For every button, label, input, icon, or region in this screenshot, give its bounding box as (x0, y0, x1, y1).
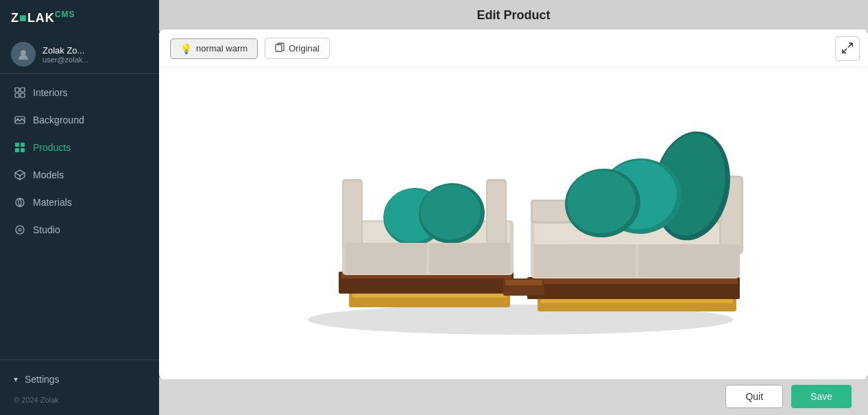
svg-line-17 (848, 43, 852, 47)
svg-point-13 (16, 198, 24, 206)
materials-icon (14, 196, 26, 209)
svg-rect-3 (15, 93, 19, 97)
footer-bar: Quit Save (159, 377, 868, 415)
avatar (11, 42, 36, 67)
modal: 💡 normal warm Original (159, 29, 868, 379)
product-image (159, 68, 868, 379)
original-label: Original (289, 43, 320, 54)
page-body: 💡 normal warm Original (159, 32, 868, 377)
copyright: © 2024 Zolak (5, 392, 154, 408)
quit-button[interactable]: Quit (725, 385, 783, 408)
svg-rect-2 (21, 88, 25, 92)
svg-rect-9 (15, 148, 19, 152)
user-info: Zolak Zo... user@zolak... (43, 45, 88, 64)
original-button[interactable]: Original (265, 38, 330, 59)
svg-rect-16 (276, 45, 282, 51)
svg-rect-7 (15, 143, 19, 147)
svg-point-14 (16, 226, 24, 234)
interiors-label: Interiors (33, 87, 68, 98)
sidebar-item-materials[interactable]: Materials (5, 189, 154, 215)
page-header: Edit Product (159, 0, 868, 32)
modal-overlay: 💡 normal warm Original (159, 32, 868, 377)
normal-warm-button[interactable]: 💡 normal warm (170, 38, 258, 59)
studio-label: Studio (33, 224, 60, 235)
user-email: user@zolak... (43, 56, 88, 64)
svg-rect-34 (343, 181, 361, 246)
sidebar: Z■LAKCMS Zolak Zo... user@zolak... (0, 0, 159, 415)
models-icon (14, 169, 26, 181)
svg-rect-27 (529, 278, 738, 284)
bulb-icon: 💡 (180, 43, 192, 54)
sidebar-item-models[interactable]: Models (5, 162, 154, 188)
user-name: Zolak Zo... (43, 45, 88, 56)
svg-rect-53 (429, 243, 510, 274)
sidebar-item-products[interactable]: Products (5, 134, 154, 161)
svg-rect-29 (505, 280, 542, 285)
background-icon (14, 114, 26, 126)
copy-icon (275, 43, 285, 54)
svg-rect-4 (21, 93, 25, 97)
studio-icon (14, 224, 26, 236)
svg-point-0 (21, 50, 26, 56)
svg-rect-35 (487, 181, 505, 246)
sidebar-item-settings[interactable]: ▾ Settings (5, 367, 154, 392)
main-content: Edit Product 💡 normal warm (159, 0, 868, 415)
sidebar-item-background[interactable]: Background (5, 107, 154, 133)
models-label: Models (33, 169, 64, 180)
settings-label: Settings (25, 374, 60, 385)
svg-rect-52 (346, 243, 426, 274)
products-label: Products (33, 142, 71, 153)
svg-rect-10 (21, 148, 25, 152)
interiors-icon (14, 86, 26, 99)
modal-body (159, 68, 868, 379)
sidebar-item-studio[interactable]: Studio (5, 217, 154, 243)
logo-area: Z■LAKCMS (0, 0, 159, 35)
background-label: Background (33, 115, 84, 126)
modal-close-button[interactable] (835, 36, 860, 61)
collapse-icon: ▾ (14, 375, 18, 384)
svg-line-18 (843, 49, 847, 53)
normal-warm-label: normal warm (196, 43, 248, 54)
save-button[interactable]: Save (791, 385, 852, 408)
user-section: Zolak Zo... user@zolak... (0, 35, 159, 74)
page-title: Edit Product (477, 8, 551, 23)
svg-point-15 (19, 228, 21, 231)
sidebar-bottom: ▾ Settings © 2024 Zolak (0, 359, 159, 415)
materials-label: Materials (33, 197, 72, 208)
compress-icon (842, 43, 853, 56)
modal-toolbar: 💡 normal warm Original (159, 29, 868, 68)
logo-text: Z■LAKCMS (11, 10, 75, 25)
sidebar-item-interiors[interactable]: Interiors (5, 80, 154, 106)
svg-rect-55 (638, 244, 740, 277)
svg-rect-1 (15, 88, 19, 92)
svg-rect-8 (21, 143, 25, 147)
products-icon (14, 141, 26, 154)
sidebar-nav: Interiors Background (0, 80, 159, 359)
svg-rect-54 (534, 244, 636, 277)
